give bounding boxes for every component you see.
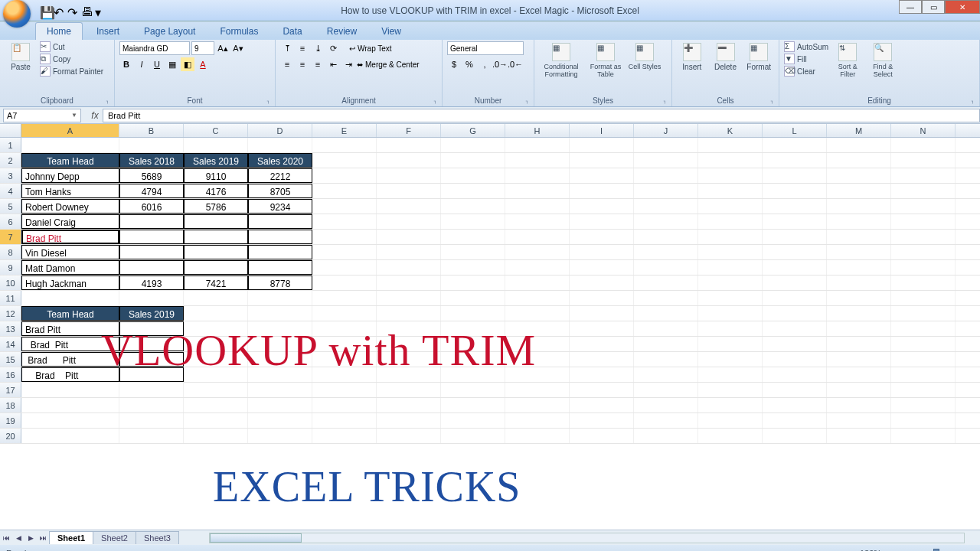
cell[interactable] bbox=[763, 199, 827, 214]
cell[interactable] bbox=[634, 138, 698, 152]
cell[interactable] bbox=[184, 383, 248, 397]
cell[interactable] bbox=[634, 199, 698, 214]
cell[interactable] bbox=[570, 306, 634, 321]
comma-button[interactable]: , bbox=[478, 57, 492, 71]
cell[interactable] bbox=[763, 352, 827, 367]
italic-button[interactable]: I bbox=[135, 57, 149, 71]
cell[interactable] bbox=[698, 199, 763, 214]
sheet-nav-prev[interactable]: ◀ bbox=[12, 534, 24, 542]
cell[interactable]: 4794 bbox=[119, 184, 184, 198]
merge-center-button[interactable]: ⬌Merge & Center bbox=[357, 57, 420, 71]
cell[interactable] bbox=[312, 429, 377, 443]
cell[interactable] bbox=[891, 306, 956, 321]
cell[interactable] bbox=[698, 168, 763, 183]
cell[interactable] bbox=[570, 245, 634, 259]
cell[interactable] bbox=[634, 168, 698, 183]
autosum-button[interactable]: ΣAutoSum bbox=[784, 41, 828, 52]
tab-page-layout[interactable]: Page Layout bbox=[133, 23, 206, 40]
save-icon[interactable]: 💾 bbox=[40, 5, 51, 16]
cell[interactable] bbox=[570, 138, 634, 152]
format-painter-button[interactable]: 🖌Format Painter bbox=[40, 66, 103, 77]
cell[interactable] bbox=[184, 230, 248, 244]
cell[interactable] bbox=[184, 398, 248, 412]
cell[interactable] bbox=[891, 413, 956, 428]
cell[interactable]: Sales 2018 bbox=[119, 153, 184, 168]
cell[interactable] bbox=[184, 291, 248, 305]
row-header[interactable]: 3 bbox=[0, 168, 21, 183]
cell[interactable] bbox=[827, 138, 891, 152]
cell[interactable] bbox=[21, 413, 119, 428]
cell[interactable] bbox=[505, 367, 570, 382]
cell[interactable] bbox=[698, 214, 763, 229]
cell[interactable] bbox=[827, 306, 891, 321]
cell[interactable]: 9234 bbox=[248, 199, 312, 214]
paste-button[interactable]: 📋Paste bbox=[5, 41, 37, 71]
spreadsheet-grid[interactable]: ABCDEFGHIJKLMN 12Team HeadSales 2018Sale… bbox=[0, 124, 980, 530]
cell[interactable] bbox=[312, 291, 377, 305]
row-header[interactable]: 10 bbox=[0, 276, 21, 290]
tab-home[interactable]: Home bbox=[35, 22, 83, 40]
cell[interactable] bbox=[21, 429, 119, 443]
cell[interactable] bbox=[377, 413, 441, 428]
row-header[interactable]: 19 bbox=[0, 413, 21, 428]
cell[interactable]: Matt Damon bbox=[21, 260, 119, 275]
cell[interactable] bbox=[248, 260, 312, 275]
cell[interactable] bbox=[441, 306, 505, 321]
tab-insert[interactable]: Insert bbox=[86, 23, 130, 40]
cell[interactable] bbox=[634, 383, 698, 397]
name-box[interactable]: A7▼ bbox=[3, 109, 81, 122]
row-header[interactable]: 7 bbox=[0, 230, 21, 244]
column-header[interactable]: B bbox=[119, 124, 184, 137]
row-header[interactable]: 9 bbox=[0, 260, 21, 275]
view-break-icon[interactable]: ▤ bbox=[848, 549, 855, 552]
cell[interactable]: Brad Pitt bbox=[21, 352, 119, 367]
cell[interactable] bbox=[891, 168, 956, 183]
insert-cells-button[interactable]: ➕Insert bbox=[677, 41, 707, 71]
cell[interactable] bbox=[634, 413, 698, 428]
column-header[interactable]: L bbox=[763, 124, 827, 137]
cell[interactable] bbox=[505, 260, 570, 275]
sheet-tab-2[interactable]: Sheet2 bbox=[93, 531, 136, 544]
cell[interactable] bbox=[698, 276, 763, 290]
row-header[interactable]: 18 bbox=[0, 398, 21, 412]
cell[interactable] bbox=[248, 214, 312, 229]
format-cells-button[interactable]: ▦Format bbox=[743, 41, 774, 71]
cell[interactable] bbox=[827, 230, 891, 244]
cell[interactable] bbox=[377, 245, 441, 259]
cell[interactable] bbox=[891, 214, 956, 229]
cell[interactable] bbox=[21, 398, 119, 412]
cell[interactable] bbox=[505, 413, 570, 428]
cell[interactable] bbox=[441, 429, 505, 443]
cell[interactable] bbox=[763, 184, 827, 198]
cell[interactable] bbox=[119, 429, 184, 443]
cell[interactable] bbox=[184, 214, 248, 229]
row-header[interactable]: 16 bbox=[0, 367, 21, 382]
cell[interactable] bbox=[441, 230, 505, 244]
cell[interactable] bbox=[119, 260, 184, 275]
cell[interactable] bbox=[377, 168, 441, 183]
cell[interactable] bbox=[312, 321, 377, 336]
cell[interactable] bbox=[570, 199, 634, 214]
row-header[interactable]: 14 bbox=[0, 337, 21, 351]
cell[interactable] bbox=[248, 383, 312, 397]
conditional-formatting-button[interactable]: ▦Conditional Formatting bbox=[539, 41, 583, 78]
cell[interactable]: 5786 bbox=[184, 199, 248, 214]
cell[interactable] bbox=[312, 245, 377, 259]
cell[interactable] bbox=[634, 291, 698, 305]
cell[interactable]: Daniel Craig bbox=[21, 214, 119, 229]
cell[interactable] bbox=[891, 260, 956, 275]
cell[interactable] bbox=[505, 184, 570, 198]
find-select-button[interactable]: 🔍Find & Select bbox=[867, 41, 899, 78]
cell[interactable] bbox=[312, 306, 377, 321]
cell[interactable] bbox=[441, 276, 505, 290]
decrease-indent-button[interactable]: ⇤ bbox=[326, 57, 340, 71]
cell[interactable] bbox=[441, 291, 505, 305]
cell[interactable] bbox=[312, 214, 377, 229]
cell[interactable] bbox=[827, 199, 891, 214]
cell[interactable] bbox=[248, 367, 312, 382]
cell[interactable] bbox=[377, 352, 441, 367]
cell[interactable] bbox=[441, 199, 505, 214]
column-header[interactable]: A bbox=[21, 124, 119, 137]
column-header[interactable]: G bbox=[441, 124, 505, 137]
cell[interactable]: 8778 bbox=[248, 276, 312, 290]
